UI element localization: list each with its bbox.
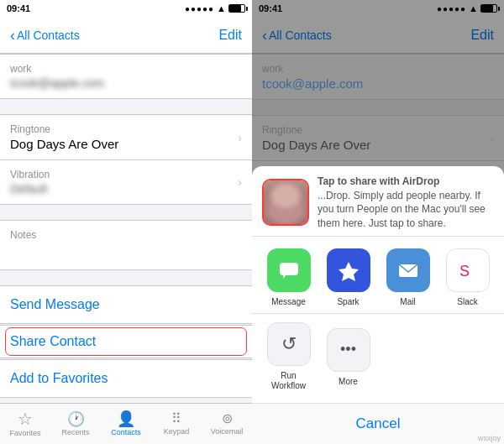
section-work-left: work tcook@apple.com [0, 54, 252, 99]
value-vibration: Default [10, 182, 242, 196]
tab-voicemail-label-left: Voicemail [211, 427, 244, 436]
tab-recents-left[interactable]: 🕐 Recents [50, 412, 101, 436]
value-work: tcook@apple.com [10, 76, 242, 90]
action-section-left: Send Message [0, 285, 252, 324]
svg-marker-2 [339, 262, 359, 281]
send-message-btn[interactable]: Send Message [0, 286, 252, 323]
nav-bar-left: ‹ All Contacts Edit [0, 17, 252, 54]
cell-vibration-left[interactable]: Vibration Default › [0, 160, 252, 204]
run-workflow-icon: ↺ [267, 322, 311, 366]
status-icons-left: ●●●●● ▲ [185, 3, 245, 13]
tab-keypad-label-left: Keypad [164, 427, 190, 436]
run-workflow-label: RunWorkflow [271, 371, 306, 391]
tab-favorites-label-left: Favorites [9, 429, 40, 437]
value-ringtone: Dog Days Are Over [10, 137, 242, 151]
tab-keypad-left[interactable]: ⠿ Keypad [151, 412, 202, 436]
airdrop-avatar[interactable] [262, 179, 309, 226]
favorites-icon-left: ☆ [18, 410, 33, 427]
tab-voicemail-left[interactable]: ⊚ Voicemail [202, 412, 252, 436]
voicemail-icon-left: ⊚ [222, 412, 233, 426]
more-icon: ••• [327, 328, 370, 372]
notes-cell-left: Notes [0, 220, 252, 270]
cancel-button[interactable]: Cancel [252, 404, 504, 444]
back-chevron-left: ‹ [10, 28, 15, 43]
add-favorites-section: Add to Favorites [0, 359, 252, 398]
share-more-row: ↺ RunWorkflow ••• More [252, 314, 504, 404]
share-icon-message[interactable]: Message [267, 248, 311, 306]
mail-icon [386, 248, 430, 292]
tab-contacts-label-left: Contacts [111, 428, 141, 436]
chevron-vibration: › [238, 175, 242, 189]
status-bar-left: 09:41 ●●●●● ▲ [0, 0, 252, 17]
battery-left [228, 4, 245, 13]
share-contact-btn-left[interactable]: Share Contact [0, 325, 252, 358]
chevron-ringtone: › [238, 131, 242, 144]
message-icon [267, 248, 311, 292]
more-label: More [339, 377, 358, 386]
nav-edit-left[interactable]: Edit [218, 28, 242, 43]
share-icon-mail[interactable]: Mail [386, 248, 430, 306]
right-phone: 09:41 ●●●●● ▲ ‹ All Contacts Edit work t… [252, 0, 504, 444]
share-icon-spark[interactable]: Spark [327, 248, 370, 306]
airdrop-text: Tap to share with AirDrop ...Drop. Simpl… [318, 175, 494, 231]
back-button-left[interactable]: ‹ All Contacts [10, 28, 80, 43]
recents-icon-left: 🕐 [67, 412, 85, 426]
share-overlay: Tap to share with AirDrop ...Drop. Simpl… [252, 0, 504, 444]
tab-contacts-left[interactable]: 👤 Contacts [101, 411, 151, 436]
back-label-left: All Contacts [17, 29, 80, 42]
mail-label: Mail [400, 297, 415, 306]
cell-ringtone-left[interactable]: Ringtone Dog Days Are Over › [0, 115, 252, 160]
slack-icon: S [446, 248, 490, 292]
wifi-icon-left: ▲ [217, 3, 226, 13]
label-vibration: Vibration [10, 169, 242, 180]
svg-text:S: S [459, 263, 470, 279]
contacts-icon-left: 👤 [117, 411, 135, 426]
slack-label: Slack [457, 297, 477, 306]
tab-recents-label-left: Recents [61, 428, 89, 436]
label-work: work [10, 63, 242, 75]
cell-work-left: work tcook@apple.com [0, 55, 252, 98]
share-icon-slack[interactable]: S Slack [446, 248, 490, 306]
label-notes: Notes [10, 229, 242, 241]
airdrop-hint: Tap to share with AirDrop [318, 175, 439, 187]
share-icons-row: Message Spark [252, 237, 504, 314]
watermark: wsxjoy [478, 434, 501, 442]
avatar-image [264, 180, 307, 224]
more-item[interactable]: ••• More [327, 328, 370, 386]
run-workflow-item[interactable]: ↺ RunWorkflow [267, 322, 311, 391]
keypad-icon-left: ⠿ [171, 412, 182, 426]
spark-label: Spark [337, 297, 359, 306]
airdrop-description: ...Drop. Simply add people nearby. If yo… [318, 190, 486, 230]
cancel-label: Cancel [356, 415, 401, 431]
message-label: Message [271, 297, 306, 306]
content-left: work tcook@apple.com Ringtone Dog Days A… [0, 54, 252, 403]
tab-bar-left: ☆ Favorites 🕐 Recents 👤 Contacts ⠿ Keypa… [0, 403, 252, 444]
tab-favorites-left[interactable]: ☆ Favorites [0, 410, 50, 437]
signal-icon-left: ●●●●● [185, 4, 214, 13]
left-phone: 09:41 ●●●●● ▲ ‹ All Contacts Edit work t… [0, 0, 252, 444]
add-favorites-btn[interactable]: Add to Favorites [0, 360, 252, 397]
section-ringtone-left: Ringtone Dog Days Are Over › Vibration D… [0, 114, 252, 205]
share-sheet: Tap to share with AirDrop ...Drop. Simpl… [252, 166, 504, 444]
svg-rect-0 [280, 263, 298, 275]
label-ringtone: Ringtone [10, 123, 242, 135]
status-time-left: 09:41 [7, 3, 30, 13]
spark-icon [327, 248, 370, 292]
airdrop-row: Tap to share with AirDrop ...Drop. Simpl… [252, 166, 504, 237]
